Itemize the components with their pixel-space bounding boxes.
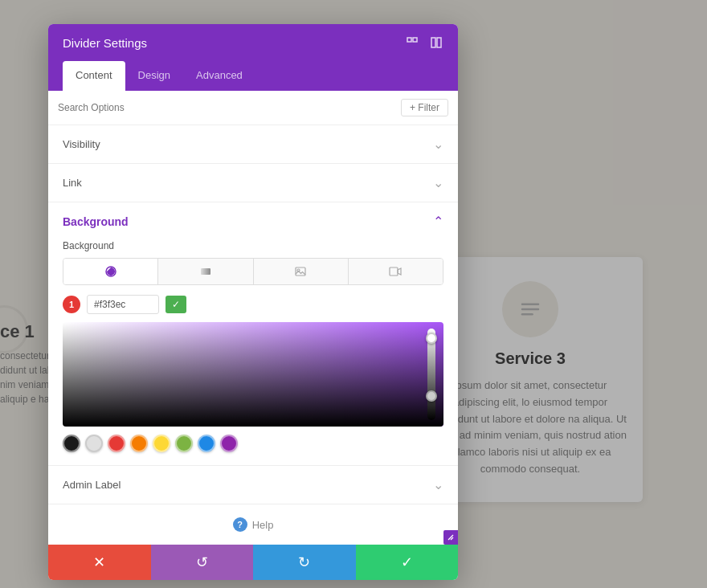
swatch-white[interactable] [85, 435, 103, 452]
settings-panel: Divider Settings Content D [48, 24, 458, 580]
link-chevron: ⌄ [433, 175, 443, 190]
help-icon: ? [233, 517, 247, 532]
action-bar: ✕ ↺ ↻ ✓ [48, 545, 458, 580]
swatch-orange[interactable] [130, 435, 148, 452]
help-row: ? Help [48, 504, 458, 545]
color-input-row: 1 ✓ [63, 295, 443, 314]
undo-button[interactable]: ↺ [151, 545, 254, 580]
bg-tab-gradient[interactable] [158, 259, 253, 284]
visibility-section[interactable]: Visibility ⌄ [48, 125, 458, 164]
svg-rect-4 [413, 38, 417, 42]
link-section[interactable]: Link ⌄ [48, 164, 458, 202]
redo-button[interactable]: ↻ [253, 545, 356, 580]
svg-line-13 [451, 537, 453, 540]
bg-tab-video[interactable] [349, 259, 443, 284]
swatch-black[interactable] [63, 435, 80, 452]
background-chevron: ⌃ [433, 214, 443, 229]
swatch-red[interactable] [108, 435, 125, 452]
panel-title: Divider Settings [63, 36, 147, 50]
columns-icon[interactable] [429, 35, 443, 50]
background-header-label: Background [63, 215, 129, 228]
visibility-chevron: ⌄ [433, 137, 443, 152]
tab-content[interactable]: Content [63, 61, 125, 91]
svg-rect-9 [296, 267, 305, 276]
swatch-green[interactable] [175, 435, 193, 452]
background-section: Background ⌃ Background [48, 202, 458, 466]
brightness-handle-top [426, 333, 437, 344]
help-label: Help [252, 519, 274, 531]
cancel-button[interactable]: ✕ [48, 545, 151, 580]
color-hex-input[interactable] [87, 295, 159, 314]
color-badge: 1 [63, 296, 80, 313]
background-header[interactable]: Background ⌃ [48, 202, 458, 240]
svg-rect-3 [407, 38, 411, 42]
tab-design[interactable]: Design [125, 61, 183, 91]
confirm-color-button[interactable]: ✓ [166, 296, 186, 313]
maximize-icon[interactable] [405, 35, 419, 50]
swatch-purple[interactable] [220, 435, 238, 452]
bg-tab-color[interactable] [63, 259, 158, 284]
link-label: Link [63, 177, 82, 189]
svg-rect-11 [390, 267, 398, 276]
svg-rect-8 [201, 268, 210, 275]
darkness-gradient [63, 322, 443, 427]
admin-label-chevron: ⌄ [433, 477, 443, 492]
admin-label-text: Admin Label [63, 479, 121, 491]
svg-rect-6 [437, 38, 441, 47]
resize-icon[interactable] [443, 530, 458, 545]
search-bar: + Filter [48, 91, 458, 125]
admin-label-section[interactable]: Admin Label ⌄ [48, 466, 458, 504]
help-link[interactable]: ? Help [233, 517, 274, 532]
swatch-blue[interactable] [198, 435, 215, 452]
visibility-label: Visibility [63, 138, 100, 150]
panel-header-icons [405, 35, 443, 50]
tab-advanced[interactable]: Advanced [183, 61, 255, 91]
svg-line-12 [448, 535, 453, 540]
color-swatches [63, 435, 443, 452]
svg-rect-5 [431, 38, 435, 47]
swatch-yellow[interactable] [153, 435, 170, 452]
filter-button[interactable]: + Filter [401, 99, 448, 116]
background-content: Background [48, 240, 458, 465]
bg-tab-image[interactable] [254, 259, 349, 284]
background-label: Background [63, 240, 443, 251]
background-type-tabs [63, 258, 443, 285]
brightness-handle-bottom [426, 390, 437, 402]
save-button[interactable]: ✓ [356, 545, 459, 580]
color-picker-area[interactable] [63, 322, 443, 427]
search-input[interactable] [58, 102, 219, 113]
modal-overlay: Divider Settings Content D [0, 0, 707, 588]
panel-tabs: Content Design Advanced [48, 61, 458, 91]
panel-header: Divider Settings [48, 24, 458, 61]
brightness-slider[interactable] [427, 329, 435, 420]
